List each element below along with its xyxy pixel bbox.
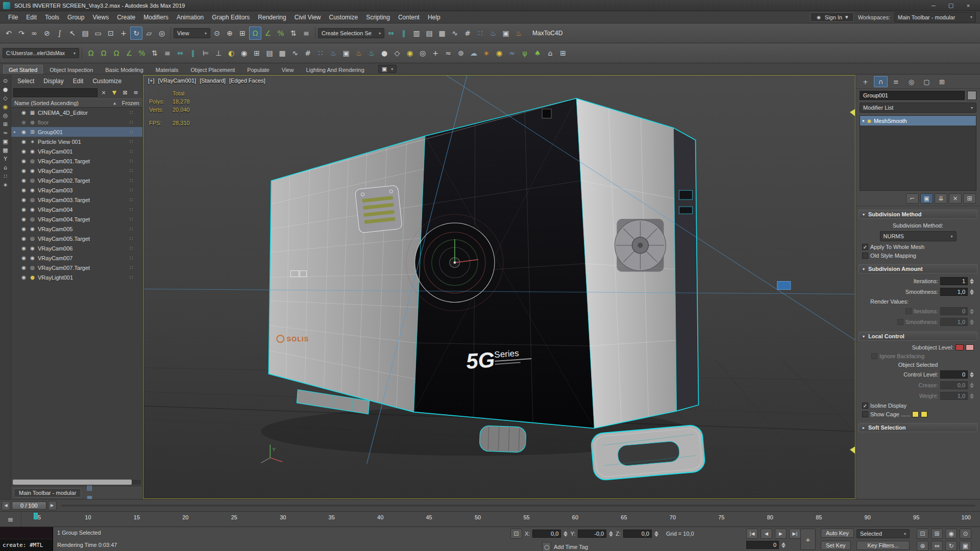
ignore-backfacing-checkbox[interactable]: [871, 353, 877, 359]
toggle-ribbon-icon[interactable]: ▦: [436, 27, 448, 40]
display-shapes-icon[interactable]: ◇: [1, 94, 10, 103]
explorer-menu[interactable]: Customize: [88, 77, 126, 85]
render-production-icon[interactable]: ♨: [353, 46, 365, 60]
menu-item[interactable]: Help: [424, 12, 445, 22]
old-style-mapping-checkbox[interactable]: [862, 253, 868, 259]
maximize-button[interactable]: ▢: [942, 1, 960, 11]
modifier-enable-icon[interactable]: ●: [867, 118, 871, 123]
frozen-toggle-icon[interactable]: ∷: [130, 148, 140, 154]
curve-editor-icon[interactable]: ∿: [289, 46, 301, 60]
systems-icon[interactable]: ⊚: [455, 46, 467, 60]
schematic-view-icon[interactable]: #: [461, 27, 474, 40]
menu-item[interactable]: Edit: [22, 12, 41, 22]
rollout-header[interactable]: ▸Soft Selection: [859, 423, 977, 432]
search-input[interactable]: [13, 88, 97, 97]
frozen-toggle-icon[interactable]: ∷: [130, 255, 140, 261]
weight-field[interactable]: 1,0: [940, 392, 968, 400]
select-and-scale-icon[interactable]: ▱: [143, 27, 155, 40]
show-end-result-icon[interactable]: ▣: [920, 193, 933, 204]
ribbon-overflow-button[interactable]: ▣▾: [378, 65, 397, 73]
filter-icon[interactable]: ▼: [110, 88, 119, 97]
display-lights-icon[interactable]: ◉: [1, 103, 10, 111]
list-item[interactable]: ◉ ◉ VRayCam003 ∷: [11, 185, 142, 195]
frozen-toggle-icon[interactable]: ∷: [130, 178, 140, 183]
percent-snap-icon[interactable]: %: [136, 46, 148, 60]
angle-snap-icon[interactable]: ∠: [123, 46, 135, 60]
offset-mode-icon[interactable]: ⊞: [931, 529, 943, 539]
material-editor-icon[interactable]: ∷: [314, 46, 327, 60]
material-editor-icon[interactable]: ∷: [474, 27, 486, 40]
mirror-icon[interactable]: ⇔: [174, 46, 186, 60]
rendered-frame-window-icon[interactable]: ▣: [340, 46, 352, 60]
list-item[interactable]: ◉ ▦ CINEMA_4D_Editor ∷: [11, 108, 142, 117]
ribbon-tab[interactable]: Object Placement: [185, 65, 240, 74]
explorer-column-header[interactable]: Name (Sorted Ascending) ▲ Frozen: [11, 98, 142, 108]
remove-modifier-icon[interactable]: ×: [949, 193, 962, 204]
frozen-toggle-icon[interactable]: ∷: [130, 274, 140, 280]
list-item[interactable]: ◉ ● floor ∷: [11, 117, 142, 127]
ribbon-tab[interactable]: Populate: [241, 65, 275, 74]
cage-color-swatch[interactable]: [912, 411, 919, 417]
lock-icon[interactable]: ⊠: [120, 88, 130, 97]
render-iterations-checkbox[interactable]: [905, 308, 912, 314]
smoothness-spinner[interactable]: [970, 289, 974, 295]
frozen-toggle-icon[interactable]: ∷: [130, 158, 140, 164]
render-smoothness-field[interactable]: 1,0: [940, 318, 968, 326]
frozen-toggle-icon[interactable]: ∷: [130, 168, 140, 173]
sun-positioner-icon[interactable]: ◉: [493, 46, 505, 60]
eye-icon[interactable]: ◉: [20, 206, 27, 213]
create-tab-icon[interactable]: +: [859, 76, 872, 87]
frozen-toggle-icon[interactable]: ∷: [130, 226, 140, 232]
object-color-swatch[interactable]: [967, 91, 976, 100]
frozen-toggle-icon[interactable]: ∷: [130, 207, 140, 212]
previous-key-button[interactable]: ◀: [2, 501, 10, 510]
bind-to-space-warp-icon[interactable]: ∫: [54, 27, 66, 40]
spinner-snap-icon[interactable]: ⇅: [287, 27, 300, 40]
list-item[interactable]: ◉ ◉ VRayCam004 ∷: [11, 205, 142, 214]
grass-icon[interactable]: ψ: [519, 46, 531, 60]
list-item[interactable]: ◉ ◉ VRayCam006 ∷: [11, 243, 142, 253]
explorer-menu[interactable]: Display: [39, 77, 67, 85]
frozen-toggle-icon[interactable]: ∷: [130, 236, 140, 241]
list-item[interactable]: ◉ ◉ VRayCam002 ∷: [11, 166, 142, 176]
list-item[interactable]: ◉ ◎ VRayCam003.Target ∷: [11, 195, 142, 205]
toggle-scene-explorer-icon[interactable]: ▥: [410, 27, 423, 40]
z-coordinate-field[interactable]: 0,0: [623, 530, 652, 538]
display-frozen-icon[interactable]: ∗: [1, 181, 10, 189]
iterations-spinner[interactable]: [970, 279, 974, 284]
frozen-column-header[interactable]: Frozen: [122, 100, 139, 106]
isoline-display-checkbox[interactable]: ✓: [862, 403, 868, 409]
workspace-select[interactable]: Main Toolbar - modular▾: [894, 12, 976, 22]
menu-item[interactable]: Rendering: [254, 12, 290, 22]
select-and-manipulate-icon[interactable]: ⊕: [224, 27, 236, 40]
list-item[interactable]: ◉ ◎ VRayCam004.Target ∷: [11, 214, 142, 224]
helpers-icon[interactable]: +: [429, 46, 442, 60]
viewport-edged-faces-menu[interactable]: [Edged Faces]: [229, 78, 265, 84]
eye-icon[interactable]: ◉: [20, 167, 27, 174]
schematic-view-icon[interactable]: #: [302, 46, 314, 60]
snap-2d-icon[interactable]: Ω: [85, 46, 97, 60]
frozen-toggle-icon[interactable]: ∷: [130, 119, 140, 125]
maxtoc4d-label[interactable]: MaxToC4D: [532, 30, 562, 37]
menu-item[interactable]: Graph Editors: [208, 12, 254, 22]
eye-icon[interactable]: ◉: [20, 215, 27, 223]
menu-item[interactable]: Content: [394, 12, 424, 22]
eye-icon[interactable]: ◉: [20, 138, 27, 145]
window-crossing-icon[interactable]: ⊡: [105, 27, 117, 40]
control-level-field[interactable]: 0: [940, 370, 968, 379]
orbit-icon[interactable]: ↻: [945, 541, 957, 551]
render-smoothness-checkbox[interactable]: [897, 319, 903, 325]
ribbon-tab[interactable]: Lighting And Rendering: [300, 65, 370, 74]
play-button[interactable]: ▶: [775, 529, 787, 539]
frozen-toggle-icon[interactable]: ∷: [130, 197, 140, 203]
render-production-icon[interactable]: ♨: [512, 27, 525, 40]
viewport-pov-menu[interactable]: [VRayCam001]: [158, 78, 197, 84]
effects-icon[interactable]: ∗: [480, 46, 493, 60]
show-cage-checkbox[interactable]: [862, 411, 868, 417]
ribbon-tab[interactable]: Basic Modeling: [100, 65, 149, 74]
modifier-stack-item[interactable]: ▸ ● MeshSmooth: [860, 116, 976, 126]
cage-selected-color-swatch[interactable]: [921, 411, 927, 417]
use-pivot-center-icon[interactable]: ⊙: [211, 27, 223, 40]
key-filter-select[interactable]: Selected▾: [856, 529, 910, 538]
frozen-toggle-icon[interactable]: ∷: [130, 129, 140, 135]
